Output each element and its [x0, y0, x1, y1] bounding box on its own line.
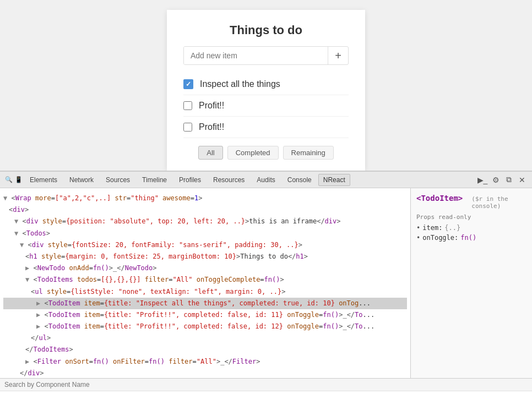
devtools-search: [0, 378, 532, 391]
tab-timeline[interactable]: Timeline: [137, 174, 172, 186]
tab-elements[interactable]: Elements: [24, 174, 63, 186]
todo-item-text: Profit!!: [199, 101, 224, 111]
todo-checkbox[interactable]: [183, 123, 192, 132]
tree-line[interactable]: </ul>: [3, 332, 407, 344]
tree-line[interactable]: ▶ <Filter onSort=fn() onFilter=fn() filt…: [3, 356, 407, 368]
todo-item: Inspect all the things: [183, 74, 349, 95]
props-component-name: <TodoItem>: [416, 194, 463, 203]
filter-row: All Completed Remaining: [183, 146, 349, 160]
tab-nreact[interactable]: NReact: [318, 174, 350, 186]
settings-button[interactable]: ⚙: [490, 174, 501, 185]
tree-line[interactable]: <ul style={listStyle: "none", textAlign:…: [3, 286, 407, 298]
tree-line[interactable]: ▼ <TodoItems todos=[{},{},{}] filter="Al…: [3, 274, 407, 286]
filter-remaining-button[interactable]: Remaining: [283, 146, 334, 160]
props-section-label: Props: [416, 214, 438, 221]
todo-checkbox-checked[interactable]: [183, 79, 193, 89]
tree-line[interactable]: <h1 style={margin: 0, fontSize: 25, marg…: [3, 251, 407, 262]
add-item-input[interactable]: [184, 47, 328, 64]
tree-line[interactable]: </div>: [3, 368, 407, 378]
tree-line[interactable]: <div>: [3, 204, 407, 216]
props-item: • item: {..}: [416, 224, 526, 232]
todo-title: Things to do: [183, 23, 349, 37]
todo-item-text: Inspect all the things: [200, 79, 280, 89]
tab-audits[interactable]: Audits: [251, 174, 280, 186]
tree-line[interactable]: ▶ <TodoItem item={title: "Profit!!", com…: [3, 321, 407, 332]
todo-item: Profit!!: [183, 117, 349, 138]
filter-all-button[interactable]: All: [198, 146, 222, 160]
tree-line[interactable]: ▶ <NewTodo onAdd=fn()>_</NewTodo>: [3, 262, 407, 274]
devtools-tree[interactable]: ▼ <Wrap more=["a",2,"c",..] str="thing" …: [0, 188, 411, 378]
component-search-input[interactable]: [4, 381, 528, 388]
props-item: • onToggle: fn(): [416, 234, 526, 242]
devtools-props: <TodoItem> ($r in the console) Props rea…: [411, 188, 532, 378]
tree-line[interactable]: ▼ <Wrap more=["a",2,"c",..] str="thing" …: [3, 193, 407, 204]
tree-line[interactable]: ▶ <TodoItem item={title: "Profit!!", com…: [3, 309, 407, 321]
mobile-icon[interactable]: 📱: [14, 176, 23, 184]
props-readonly-label: read-only: [438, 214, 471, 221]
tree-line[interactable]: ▼ <div style={fontSize: 20, fontFamily: …: [3, 239, 407, 251]
tree-line[interactable]: ▼ <Todos>: [3, 228, 407, 239]
devtools-actions: ▶_ ⚙ ⧉ ✕: [477, 174, 528, 185]
tab-network[interactable]: Network: [64, 174, 99, 186]
todo-card: Things to do + Inspect all the things Pr…: [167, 10, 365, 171]
filter-completed-button[interactable]: Completed: [227, 146, 279, 160]
tree-line[interactable]: </TodoItems>: [3, 344, 407, 355]
devtools-panel: 🔍 📱 Elements Network Sources Timeline Pr…: [0, 171, 532, 391]
terminal-button[interactable]: ▶_: [477, 174, 488, 185]
tree-line-selected[interactable]: ▶ <TodoItem item={title: "Inspect all th…: [3, 298, 407, 309]
todo-item: Profit!!: [183, 95, 349, 117]
devtools-body: ▼ <Wrap more=["a",2,"c",..] str="thing" …: [0, 188, 532, 378]
app-area: Things to do + Inspect all the things Pr…: [0, 0, 532, 171]
todo-checkbox[interactable]: [183, 101, 192, 110]
close-button[interactable]: ✕: [517, 174, 528, 185]
tab-sources[interactable]: Sources: [100, 174, 135, 186]
tab-resources[interactable]: Resources: [208, 174, 250, 186]
devtools-toolbar: 🔍 📱 Elements Network Sources Timeline Pr…: [0, 172, 532, 188]
tree-line[interactable]: ▼ <div style={position: "absolute", top:…: [3, 216, 407, 227]
outer-container: Things to do + Inspect all the things Pr…: [0, 0, 532, 394]
dock-button[interactable]: ⧉: [503, 174, 514, 185]
search-icon[interactable]: 🔍: [4, 176, 13, 184]
footer: Jelvix Source: reactjs.org jelvix.com: [0, 391, 532, 394]
tab-profiles[interactable]: Profiles: [173, 174, 207, 186]
tab-console[interactable]: Console: [282, 174, 317, 186]
add-item-button[interactable]: +: [328, 47, 348, 64]
todo-item-text: Profit!!: [199, 122, 224, 132]
props-console-note: ($r in the console): [471, 195, 526, 210]
add-item-row: +: [183, 46, 349, 65]
